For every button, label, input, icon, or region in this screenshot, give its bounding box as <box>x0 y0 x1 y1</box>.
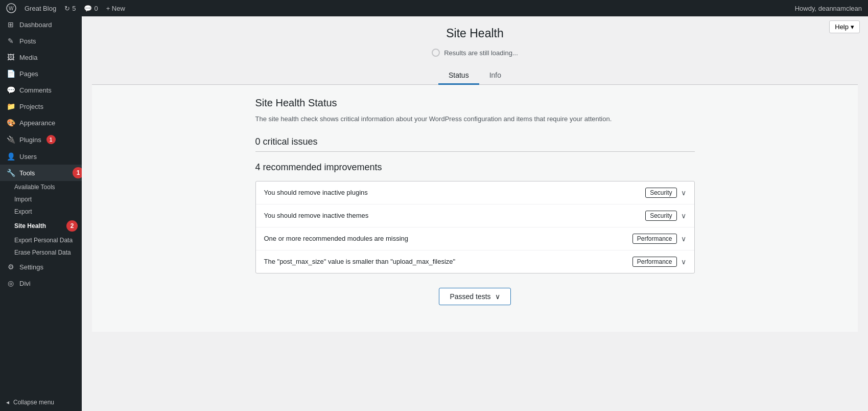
media-icon: 🖼 <box>6 53 15 61</box>
loading-circle-icon <box>432 49 440 57</box>
submenu-export-personal-data[interactable]: Export Personal Data <box>0 234 82 246</box>
status-content: Site Health Status The site health check… <box>92 85 858 332</box>
tab-info-label: Info <box>489 71 501 79</box>
tools-badge: 1 <box>73 167 82 178</box>
sidebar-item-label: Pages <box>19 70 38 78</box>
passed-tests-button[interactable]: Passed tests ∨ <box>439 288 510 305</box>
sidebar-item-projects[interactable]: 📁 Projects <box>0 98 82 115</box>
page-title: Site Health <box>92 27 858 40</box>
issue-right: Security ∨ <box>645 188 686 198</box>
sidebar-item-pages[interactable]: 📄 Pages <box>0 65 82 82</box>
comments-item[interactable]: 💬 0 <box>84 5 98 12</box>
submenu-item-label: Erase Personal Data <box>14 249 71 256</box>
comments-count: 0 <box>94 5 98 12</box>
divi-icon: ◎ <box>6 279 15 287</box>
sidebar-item-label: Plugins <box>19 136 41 144</box>
tools-icon: 🔧 <box>6 169 15 177</box>
dashboard-icon: ⊞ <box>6 20 15 29</box>
settings-icon: ⚙ <box>6 263 15 271</box>
new-label: + New <box>106 5 125 12</box>
submenu-import[interactable]: Import <box>0 193 82 206</box>
center-wrapper: Site Health Status The site health check… <box>245 97 705 305</box>
site-name: Great Blog <box>25 5 56 12</box>
projects-icon: 📁 <box>6 102 15 110</box>
passed-tests-chevron: ∨ <box>495 292 500 301</box>
improvements-count: 4 recommended improvements <box>255 162 695 173</box>
issue-row[interactable]: You should remove inactive plugins Secur… <box>256 181 694 204</box>
issue-text: The "post_max_size" value is smaller tha… <box>264 258 456 265</box>
issue-text: You should remove inactive plugins <box>264 189 368 196</box>
main-content: Help ▾ Site Health Results are still loa… <box>82 16 868 411</box>
sidebar-item-label: Settings <box>19 263 43 271</box>
submenu-available-tools[interactable]: Available Tools <box>0 181 82 193</box>
issue-text: One or more recommended modules are miss… <box>264 235 409 242</box>
submenu-site-health[interactable]: Site Health 2 <box>0 218 82 234</box>
section-description: The site health check shows critical inf… <box>255 114 695 124</box>
admin-bar-left: W Great Blog ↻ 5 💬 0 + New <box>6 3 125 13</box>
critical-issues-count: 0 critical issues <box>255 136 695 147</box>
submenu-erase-personal-data[interactable]: Erase Personal Data <box>0 246 82 259</box>
collapse-label: Collapse menu <box>13 399 54 406</box>
wp-logo-item[interactable]: W <box>6 3 16 13</box>
tab-status-label: Status <box>449 71 469 79</box>
loading-indicator: Results are still loading... <box>92 49 858 57</box>
sidebar-item-label: Divi <box>19 280 31 287</box>
sidebar-item-label: Appearance <box>19 119 55 127</box>
sidebar-item-users[interactable]: 👤 Users <box>0 148 82 165</box>
sidebar-item-tools[interactable]: 🔧 Tools 1 <box>0 165 82 181</box>
new-item[interactable]: + New <box>106 5 125 12</box>
submenu-item-label: Import <box>14 196 32 203</box>
issue-row[interactable]: The "post_max_size" value is smaller tha… <box>256 250 694 273</box>
issue-right: Performance ∨ <box>632 257 686 267</box>
issue-text: You should remove inactive themes <box>264 212 369 219</box>
submenu-export[interactable]: Export <box>0 206 82 218</box>
issue-row[interactable]: You should remove inactive themes Securi… <box>256 204 694 227</box>
tab-status[interactable]: Status <box>438 67 479 85</box>
sidebar-item-posts[interactable]: ✎ Posts <box>0 33 82 49</box>
sidebar-item-appearance[interactable]: 🎨 Appearance <box>0 115 82 131</box>
appearance-icon: 🎨 <box>6 119 15 127</box>
sidebar-item-plugins[interactable]: 🔌 Plugins 1 <box>0 131 82 148</box>
help-label: Help <box>835 23 849 31</box>
plugins-icon: 🔌 <box>6 135 15 144</box>
submenu-item-label: Available Tools <box>14 184 55 191</box>
app-body: ⊞ Dashboard ✎ Posts 🖼 Media 📄 Pages 💬 Co… <box>0 16 868 411</box>
admin-bar: W Great Blog ↻ 5 💬 0 + New Howdy, deanna… <box>0 0 868 16</box>
divider <box>255 151 695 152</box>
sidebar-item-label: Tools <box>19 169 35 177</box>
comments-nav-icon: 💬 <box>6 86 15 94</box>
issue-row[interactable]: One or more recommended modules are miss… <box>256 227 694 250</box>
issue-tag: Performance <box>632 257 677 267</box>
updates-icon: ↻ <box>64 5 70 12</box>
tools-submenu: Available Tools Import Export Site Healt… <box>0 181 82 259</box>
sidebar-item-label: Dashboard <box>19 21 52 29</box>
site-name-item[interactable]: Great Blog <box>25 5 56 12</box>
howdy-text: Howdy, deannamclean <box>795 5 862 12</box>
help-button[interactable]: Help ▾ <box>829 20 860 33</box>
tab-info[interactable]: Info <box>479 67 511 85</box>
chevron-down-icon: ∨ <box>681 235 686 243</box>
site-health-badge: 2 <box>66 220 78 232</box>
posts-icon: ✎ <box>6 37 15 45</box>
sidebar-item-comments[interactable]: 💬 Comments <box>0 82 82 98</box>
sidebar-item-media[interactable]: 🖼 Media <box>0 49 82 65</box>
chevron-down-icon: ∨ <box>681 189 686 197</box>
issue-right: Performance ∨ <box>632 234 686 244</box>
issue-tag: Security <box>645 211 676 221</box>
tabs-container: Status Info <box>92 67 858 85</box>
submenu-item-label: Site Health <box>14 222 46 230</box>
svg-text:W: W <box>9 6 14 11</box>
help-chevron: ▾ <box>851 23 854 31</box>
sidebar-item-divi[interactable]: ◎ Divi <box>0 275 82 291</box>
updates-item[interactable]: ↻ 5 <box>64 5 76 12</box>
sidebar-item-dashboard[interactable]: ⊞ Dashboard <box>0 16 82 33</box>
chevron-down-icon: ∨ <box>681 258 686 266</box>
sidebar-item-settings[interactable]: ⚙ Settings <box>0 259 82 275</box>
submenu-item-label: Export <box>14 208 32 215</box>
collapse-menu-item[interactable]: ◂ Collapse menu <box>0 394 82 411</box>
sidebar-item-label: Posts <box>19 37 36 45</box>
collapse-icon: ◂ <box>6 399 9 406</box>
sidebar: ⊞ Dashboard ✎ Posts 🖼 Media 📄 Pages 💬 Co… <box>0 16 82 411</box>
wp-logo-icon: W <box>6 3 16 13</box>
chevron-down-icon: ∨ <box>681 212 686 220</box>
